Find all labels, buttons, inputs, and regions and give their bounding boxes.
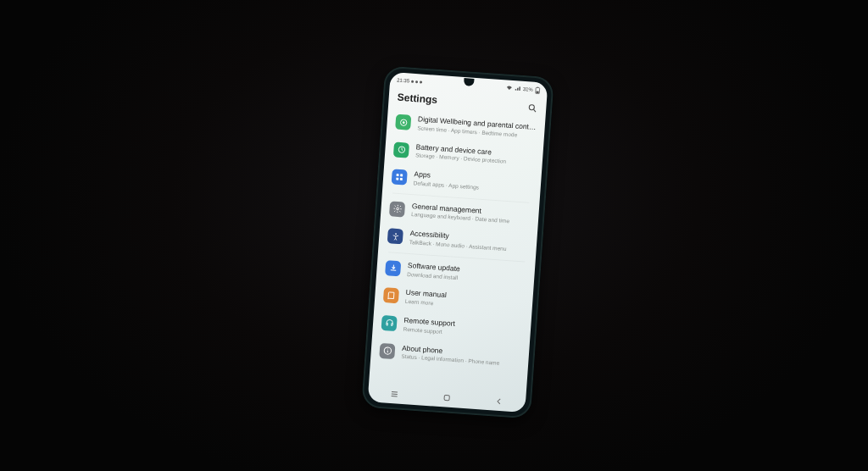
svg-line-4 <box>533 109 536 112</box>
battery-care-icon <box>393 141 409 158</box>
download-icon <box>385 260 401 276</box>
svg-point-13 <box>395 233 397 235</box>
wellbeing-icon <box>395 114 411 130</box>
status-notification-dot-icon <box>411 80 414 82</box>
apps-icon <box>392 169 408 186</box>
svg-point-16 <box>387 348 388 349</box>
svg-rect-11 <box>400 178 403 180</box>
info-icon <box>379 342 395 358</box>
navigation-bar <box>368 383 526 413</box>
back-button[interactable] <box>493 395 506 407</box>
svg-rect-9 <box>400 174 403 176</box>
signal-icon <box>515 86 521 91</box>
battery-percent: 31% <box>523 86 533 92</box>
phone-screen: 21:35 31% <box>368 72 548 413</box>
search-icon[interactable] <box>527 101 538 112</box>
recents-button[interactable] <box>388 388 401 401</box>
status-notification-dot-icon <box>415 80 418 83</box>
svg-point-6 <box>402 121 404 124</box>
svg-point-3 <box>529 105 534 110</box>
svg-rect-20 <box>444 395 449 400</box>
wifi-icon <box>506 86 513 91</box>
headset-icon <box>381 315 398 331</box>
status-time: 21:35 <box>397 78 409 84</box>
battery-icon <box>534 86 541 93</box>
general-icon <box>389 201 405 217</box>
svg-rect-2 <box>536 91 538 93</box>
svg-point-12 <box>396 208 398 210</box>
book-icon <box>383 287 399 303</box>
phone-frame: 21:35 31% <box>361 66 554 419</box>
accessibility-icon <box>387 228 403 244</box>
svg-rect-1 <box>537 86 539 87</box>
home-button[interactable] <box>441 391 453 404</box>
status-notification-dot-icon <box>420 80 422 83</box>
page-title: Settings <box>397 91 437 106</box>
svg-rect-10 <box>396 178 398 180</box>
settings-list: Digital Wellbeing and parental controls … <box>370 108 546 374</box>
svg-rect-8 <box>397 174 399 176</box>
